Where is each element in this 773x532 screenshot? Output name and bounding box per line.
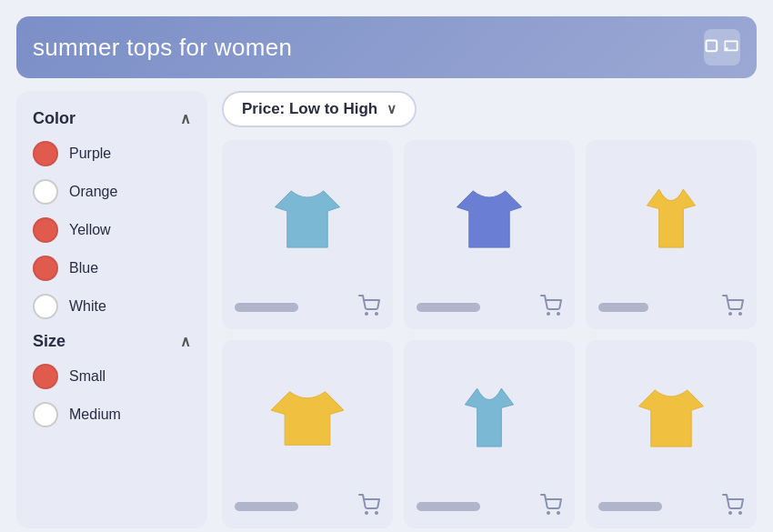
sort-bar: Price: Low to High ∨ — [222, 91, 757, 127]
price-bar-2 — [417, 303, 480, 312]
search-query: summer tops for women — [33, 34, 292, 62]
content-area: Price: Low to High ∨ — [222, 91, 757, 528]
product-footer-5 — [417, 494, 562, 519]
size-label-medium: Medium — [69, 407, 121, 423]
add-to-cart-1[interactable] — [358, 295, 380, 320]
color-label-purple: Purple — [69, 146, 111, 162]
product-card-1 — [222, 140, 393, 329]
size-label-small: Small — [69, 368, 105, 385]
price-bar-6 — [598, 502, 662, 511]
filter-option-yellow[interactable]: Yellow — [33, 217, 191, 243]
filter-option-purple[interactable]: Purple — [33, 141, 191, 166]
product-image-5 — [417, 351, 562, 487]
color-swatch-orange — [33, 179, 58, 205]
filter-option-white[interactable]: White — [33, 294, 191, 319]
size-filter-section: Size ∧ Small Medium — [33, 332, 191, 427]
product-footer-3 — [598, 295, 744, 320]
size-collapse-icon[interactable]: ∧ — [180, 333, 191, 350]
color-section-title: Color — [33, 109, 75, 128]
size-swatch-small — [33, 364, 58, 389]
add-to-cart-5[interactable] — [540, 494, 562, 519]
sidebar-filters: Color ∧ Purple Orange Yellow Blue White … — [16, 91, 207, 528]
color-label-white: White — [69, 298, 106, 315]
search-bar: summer tops for women — [16, 16, 757, 78]
main-layout: Color ∧ Purple Orange Yellow Blue White … — [0, 91, 773, 528]
tshirt-svg-1 — [266, 183, 348, 256]
svg-point-3 — [376, 313, 377, 315]
color-swatch-blue — [33, 256, 58, 281]
color-label-orange: Orange — [69, 184, 117, 200]
color-swatch-white — [33, 294, 58, 319]
filter-option-medium[interactable]: Medium — [33, 402, 191, 427]
svg-rect-0 — [707, 41, 718, 52]
tshirt-svg-4 — [266, 382, 348, 455]
sort-label: Price: Low to High — [242, 100, 377, 118]
color-filter-section: Color ∧ — [33, 109, 191, 128]
add-to-cart-6[interactable] — [722, 494, 744, 519]
product-footer-2 — [417, 295, 562, 320]
product-footer-4 — [235, 494, 380, 519]
product-card-5 — [404, 340, 575, 529]
filter-option-blue[interactable]: Blue — [33, 256, 191, 281]
color-collapse-icon[interactable]: ∧ — [180, 110, 191, 127]
svg-point-9 — [376, 512, 377, 514]
price-bar-1 — [235, 303, 298, 312]
svg-point-11 — [557, 512, 559, 514]
svg-point-7 — [739, 313, 741, 315]
product-image-1 — [235, 151, 380, 287]
price-bar-4 — [235, 502, 298, 511]
color-label-blue: Blue — [69, 260, 98, 276]
price-bar-3 — [598, 303, 648, 312]
svg-point-5 — [557, 313, 559, 315]
product-image-6 — [598, 351, 744, 487]
add-to-cart-2[interactable] — [540, 295, 562, 320]
svg-point-2 — [366, 313, 367, 315]
product-image-2 — [417, 151, 562, 287]
product-footer-6 — [598, 494, 744, 519]
tanktop-svg-3 — [630, 183, 712, 256]
product-image-3 — [598, 151, 744, 287]
search-icon — [704, 37, 722, 57]
svg-point-4 — [547, 313, 549, 315]
filter-option-orange[interactable]: Orange — [33, 179, 191, 205]
sort-chevron-icon: ∨ — [386, 101, 397, 117]
add-to-cart-4[interactable] — [358, 494, 380, 519]
color-swatch-yellow — [33, 217, 58, 243]
tshirt-svg-2 — [448, 183, 530, 256]
color-label-yellow: Yellow — [69, 222, 111, 238]
svg-point-13 — [739, 512, 741, 514]
svg-point-12 — [729, 512, 731, 514]
product-image-4 — [235, 351, 380, 487]
tanktop-svg-5 — [448, 382, 530, 455]
product-card-4 — [222, 340, 393, 529]
price-bar-5 — [417, 502, 480, 511]
product-card-6 — [586, 340, 757, 529]
size-swatch-medium — [33, 402, 58, 427]
search-button[interactable] — [704, 29, 740, 65]
chat-search-icon — [722, 37, 740, 57]
product-grid — [222, 140, 757, 528]
size-section-title: Size — [33, 332, 65, 351]
color-swatch-purple — [33, 141, 58, 166]
add-to-cart-3[interactable] — [722, 295, 744, 320]
svg-point-8 — [366, 512, 367, 514]
product-card-3 — [586, 140, 757, 329]
product-card-2 — [404, 140, 575, 329]
size-section-header: Size ∧ — [33, 332, 191, 351]
filter-option-small[interactable]: Small — [33, 364, 191, 389]
svg-point-6 — [729, 313, 731, 315]
product-footer-1 — [235, 295, 380, 320]
sort-dropdown[interactable]: Price: Low to High ∨ — [222, 91, 417, 127]
svg-line-1 — [707, 41, 718, 52]
svg-point-10 — [547, 512, 549, 514]
tshirt-svg-6 — [630, 382, 712, 455]
